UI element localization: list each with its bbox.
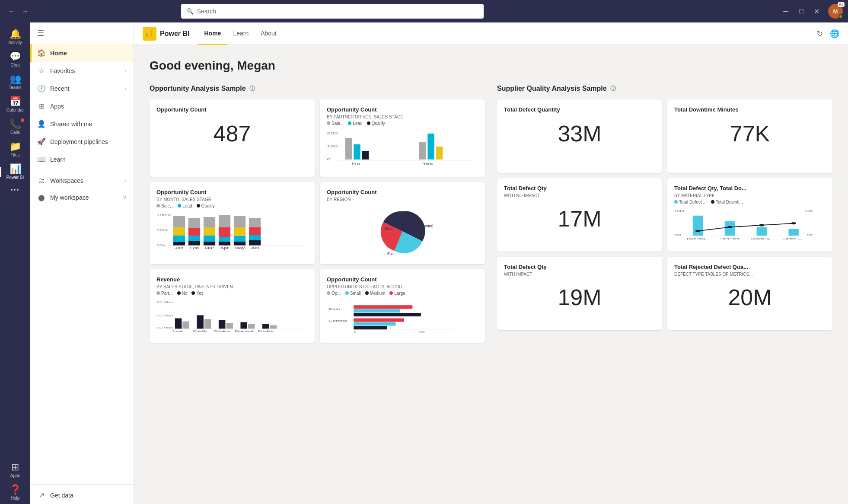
search-icon: 🔍 (186, 8, 194, 15)
svg-rect-61 (226, 323, 233, 329)
svg-rect-21 (173, 242, 185, 246)
sidebar-home-label: Home (50, 50, 127, 57)
sidebar-item-home[interactable]: 🏠 Home (30, 44, 134, 62)
icon-bar-help[interactable]: ❓ Help (0, 482, 30, 504)
sidebar-divider (30, 170, 134, 170)
help-icon: ❓ (10, 485, 21, 494)
maximize-button[interactable]: □ (795, 5, 807, 17)
card-total-downtime[interactable]: Total Downtime Minutes 77K (667, 99, 832, 173)
card-defect-impact-subtitle: WITH IMPACT (504, 272, 655, 277)
nav-home[interactable]: Home (198, 22, 227, 45)
card-rejected-defect-title: Total Rejected Defect Qua... (674, 264, 826, 270)
card-defect-material[interactable]: Total Defect Qty, Total Do... BY MATERIA… (667, 178, 832, 252)
globe-icon[interactable]: 🌐 (830, 29, 839, 38)
icon-bar-powerbi[interactable]: 📊 Power BI (0, 161, 30, 183)
powerbi-icon: 📊 (10, 164, 21, 174)
sidebar-item-getdata[interactable]: ↗ Get data (30, 486, 134, 504)
nav-about[interactable]: About (255, 22, 283, 45)
icon-bar-chat[interactable]: 💬 Chat (0, 48, 30, 71)
card-defect-noimpact[interactable]: Total Defect Qty WITH NO IMPACT 17M (497, 178, 662, 252)
svg-text:Apr: Apr (220, 246, 229, 249)
opportunity-cards-grid: Opportunity Count 487 Opportunity Count … (150, 99, 485, 343)
refresh-icon[interactable]: ↻ (816, 29, 823, 38)
calls-icon: 📞 (10, 119, 21, 129)
files-icon: 📁 (10, 142, 21, 151)
card-opp-facts[interactable]: Opportunity Count OPPORTUNITIES OF FACTS… (320, 269, 485, 343)
svg-rect-32 (219, 237, 230, 242)
svg-text:Jun: Jun (250, 246, 259, 249)
svg-text:50: 50 (419, 331, 425, 334)
recent-icon: 🕐 (37, 84, 46, 93)
card-total-defect[interactable]: Total Defect Quantity 33M (497, 99, 662, 173)
svg-rect-63 (248, 324, 255, 329)
sidebar-item-myworkspace[interactable]: ⬤ My workspace ∨ (30, 189, 134, 206)
svg-rect-40 (249, 235, 261, 240)
icon-bar-more[interactable]: ••• (0, 183, 30, 196)
icon-bar-apps[interactable]: ⊞ Apps (0, 459, 30, 482)
card-revenue-subtitle: BY SALES STAGE, PARTNER DRIVEN (156, 284, 308, 289)
sidebar-item-workspaces[interactable]: 🗂 Workspaces › (30, 172, 134, 189)
svg-rect-1 (148, 31, 150, 37)
ri-badge: R1 (838, 2, 845, 7)
workspaces-icon: 🗂 (37, 177, 46, 185)
svg-rect-34 (234, 216, 245, 227)
dashboard: Good evening, Megan Opportunity Analysis… (134, 45, 848, 504)
sidebar-item-learn[interactable]: 📖 Learn (30, 150, 134, 168)
search-input[interactable] (197, 8, 478, 15)
nav-learn[interactable]: Learn (227, 22, 255, 45)
pbi-logo-icon (143, 27, 156, 41)
svg-rect-78 (354, 322, 395, 325)
icon-bar-activity[interactable]: 🔔 Activity (0, 26, 30, 48)
card-defect-impact[interactable]: Total Defect Qty WITH IMPACT 19M (497, 257, 662, 330)
card-opp-facts-title: Opportunity Count (327, 276, 478, 283)
sidebar-item-apps[interactable]: ⊞ Apps (30, 97, 134, 115)
sidebar-item-shared[interactable]: 👤 Shared with me (30, 115, 134, 133)
svg-text:0%: 0% (156, 244, 165, 247)
svg-text:200: 200 (327, 131, 338, 135)
card-opp-region-title: Opportunity Count (327, 189, 478, 195)
hamburger-button[interactable]: ☰ (30, 22, 134, 44)
sidebar-item-favorites[interactable]: ☆ Favorites › (30, 62, 134, 80)
svg-text:Central: Central (328, 319, 347, 322)
recent-arrow: › (125, 86, 127, 92)
search-bar: 🔍 (181, 4, 484, 19)
minimize-button[interactable]: ─ (780, 5, 792, 17)
sidebar-item-recent[interactable]: 🕐 Recent › (30, 80, 134, 97)
close-button[interactable]: ✕ (811, 5, 823, 17)
icon-bar-calendar[interactable]: 📅 Calendar (0, 93, 30, 116)
back-button[interactable]: ← (5, 5, 17, 17)
card-rejected-defect-subtitle: DEFECT TYPE TABLES OF METRICS... (674, 272, 826, 277)
svg-rect-29 (204, 242, 215, 246)
avatar-wrap[interactable]: M R1 (828, 4, 843, 19)
icon-bar-teams[interactable]: 👥 Teams (0, 71, 30, 93)
card-opp-count[interactable]: Opportunity Count 487 (150, 99, 315, 177)
icon-bar-calls[interactable]: 📞 Calls (0, 116, 30, 138)
card-defect-material-legend: Total Defect ... Total Downti... (674, 200, 826, 204)
card-revenue[interactable]: Revenue BY SALES STAGE, PARTNER DRIVEN P… (150, 269, 315, 343)
opportunity-info-icon[interactable]: ⓘ (249, 85, 255, 93)
svg-text:Lead: Lead (173, 330, 184, 332)
myworkspace-icon: ⬤ (37, 194, 46, 201)
svg-rect-2 (151, 29, 153, 37)
home-icon: 🏠 (37, 49, 46, 57)
card-opp-region[interactable]: Opportunity Count BY REGION (320, 182, 485, 264)
icon-bar-files[interactable]: 📁 Files (0, 138, 30, 161)
card-opp-count-title: Opportunity Count (156, 106, 308, 113)
card-rejected-defect[interactable]: Total Rejected Defect Qua... DEFECT TYPE… (667, 257, 832, 330)
forward-button[interactable]: → (19, 5, 31, 17)
sidebar-shared-label: Shared with me (50, 121, 127, 128)
supplier-section-title: Supplier Quality Analysis Sample (497, 85, 607, 93)
svg-rect-11 (436, 147, 443, 159)
supplier-section-header: Supplier Quality Analysis Sample ⓘ (497, 85, 832, 93)
sidebar-favorites-label: Favorites (50, 67, 121, 74)
sidebar-item-pipelines[interactable]: 🚀 Deployment pipelines (30, 133, 134, 150)
supplier-info-icon[interactable]: ⓘ (610, 85, 616, 93)
svg-rect-89 (757, 227, 767, 236)
favorites-icon: ☆ (37, 67, 46, 75)
svg-rect-62 (240, 322, 247, 329)
activity-icon: 🔔 (10, 29, 21, 39)
main-content: Power BI Home Learn About ↻ 🌐 Good eveni… (134, 22, 848, 504)
card-opp-month[interactable]: Opportunity Count BY MONTH, SALES STAGE … (150, 182, 315, 264)
svg-text:10K: 10K (804, 210, 813, 212)
card-opp-partner[interactable]: Opportunity Count BY PARTNER DRIVEN, SAL… (320, 99, 485, 177)
